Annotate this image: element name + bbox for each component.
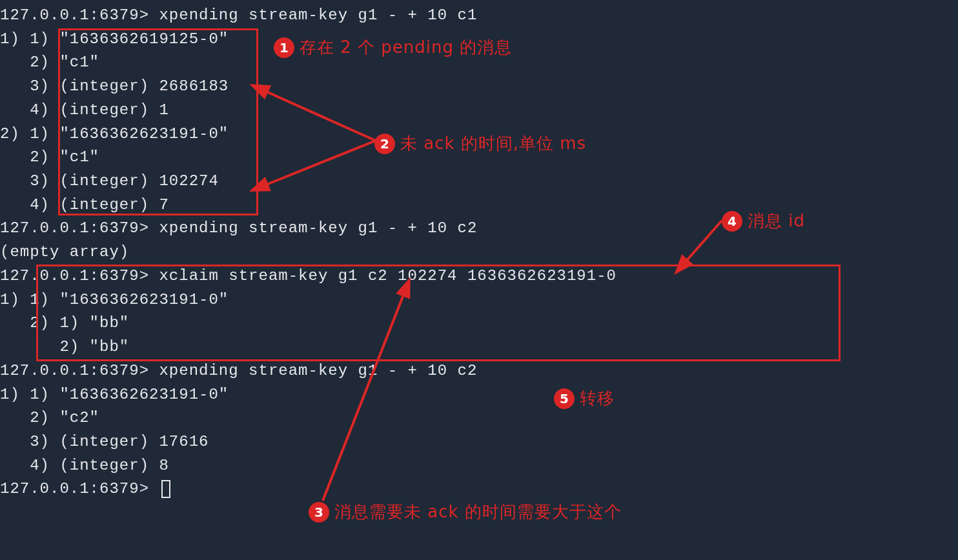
command-line-1: 127.0.0.1:6379> xpending stream-key g1 -… (0, 4, 958, 28)
annotation-1: 1 存在 2 个 pending 的消息 (274, 36, 512, 59)
output-line: 3) (integer) 2686183 (0, 75, 958, 99)
cursor-icon (161, 480, 170, 498)
output-line: 1) 1) "1636362623191-0" (0, 288, 958, 312)
annotation-text-5: 转移 (580, 387, 615, 410)
annotation-badge-3: 3 (309, 502, 329, 523)
output-line: 3) (integer) 17616 (0, 430, 958, 454)
annotation-text-2: 未 ack 的时间,单位 ms (400, 132, 586, 155)
output-line: 4) (integer) 1 (0, 99, 958, 123)
annotation-5: 5 转移 (554, 387, 615, 410)
output-line: 3) (integer) 102274 (0, 170, 958, 194)
output-line: 2) 1) "bb" (0, 312, 958, 335)
annotation-badge-1: 1 (274, 37, 294, 58)
annotation-4: 4 消息 id (722, 210, 805, 232)
output-line: 2) "bb" (0, 335, 958, 359)
output-line: 2) "c2" (0, 406, 958, 430)
output-line: 1) 1) "1636362623191-0" (0, 383, 958, 407)
annotation-text-1: 存在 2 个 pending 的消息 (300, 36, 512, 59)
annotation-2: 2 未 ack 的时间,单位 ms (374, 132, 586, 155)
command-line-4: 127.0.0.1:6379> xpending stream-key g1 -… (0, 359, 958, 383)
annotation-text-3: 消息需要未 ack 的时间需要大于这个 (334, 501, 622, 523)
prompt-line[interactable]: 127.0.0.1:6379> (0, 477, 958, 501)
annotation-badge-4: 4 (722, 211, 742, 232)
command-line-2: 127.0.0.1:6379> xpending stream-key g1 -… (0, 217, 958, 241)
command-line-3: 127.0.0.1:6379> xclaim stream-key g1 c2 … (0, 265, 958, 288)
annotation-text-4: 消息 id (748, 210, 805, 232)
annotation-3: 3 消息需要未 ack 的时间需要大于这个 (309, 501, 622, 523)
terminal: 127.0.0.1:6379> xpending stream-key g1 -… (0, 0, 958, 501)
annotation-badge-2: 2 (374, 134, 395, 154)
output-line: 4) (integer) 7 (0, 194, 958, 217)
output-line: 4) (integer) 8 (0, 454, 958, 478)
output-line: (empty array) (0, 241, 958, 265)
annotation-badge-5: 5 (554, 388, 575, 409)
